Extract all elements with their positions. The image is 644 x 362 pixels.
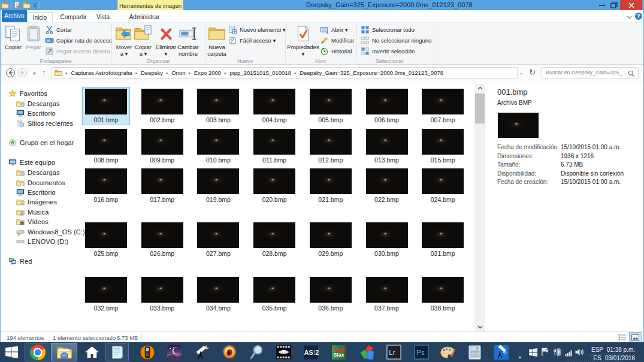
svg-text:W..: W.. xyxy=(47,39,52,43)
svg-text:0: 0 xyxy=(476,347,478,350)
svg-text:Lr: Lr xyxy=(389,349,395,356)
svg-text:AS!2: AS!2 xyxy=(304,349,319,356)
svg-text:Stax: Stax xyxy=(333,352,344,358)
svg-text:Ps: Ps xyxy=(416,349,425,356)
